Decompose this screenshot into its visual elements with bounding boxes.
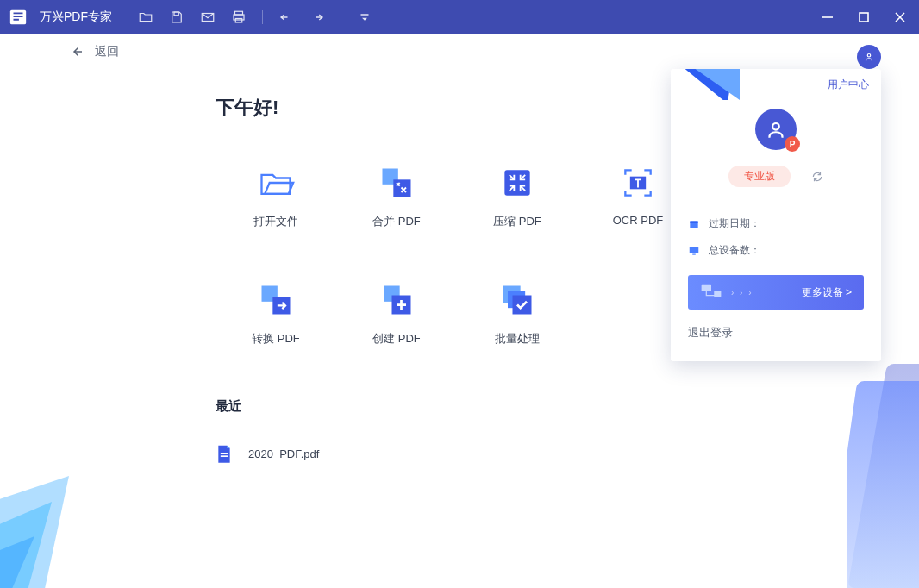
- close-button[interactable]: [890, 7, 910, 28]
- devices-network-icon: [700, 283, 722, 302]
- toolbar-separator: [262, 10, 263, 24]
- window-controls: [817, 7, 910, 28]
- tool-label: 压缩 PDF: [493, 214, 541, 229]
- tool-create-pdf[interactable]: 创建 PDF: [336, 281, 457, 347]
- svg-rect-7: [361, 14, 369, 16]
- open-file-icon: [257, 164, 295, 202]
- open-folder-icon[interactable]: [138, 9, 153, 25]
- user-center-link[interactable]: 用户中心: [828, 78, 869, 92]
- devices-row: 总设备数：: [671, 243, 881, 258]
- more-devices-label: 更多设备 >: [802, 285, 852, 300]
- undo-icon[interactable]: [278, 9, 294, 25]
- user-panel-header: 用户中心: [671, 69, 881, 100]
- recent-section: 最近 2020_PDF.pdf: [216, 398, 919, 472]
- tool-label: 创建 PDF: [372, 331, 421, 347]
- tool-label: 转换 PDF: [252, 331, 300, 347]
- minimize-button[interactable]: [817, 7, 838, 28]
- devices-label: 总设备数：: [709, 243, 760, 258]
- save-icon[interactable]: [169, 9, 184, 25]
- svg-rect-6: [235, 19, 242, 23]
- svg-rect-24: [221, 453, 228, 454]
- recent-title: 最近: [216, 398, 919, 415]
- expiry-label: 过期日期：: [709, 216, 760, 231]
- toolbar-icons: [138, 9, 372, 25]
- svg-rect-30: [692, 253, 696, 254]
- breadcrumb-bar: 返回: [0, 34, 919, 69]
- tool-merge-pdf[interactable]: 合并 PDF: [336, 164, 457, 229]
- monitor-icon: [688, 245, 700, 257]
- plan-row: 专业版: [671, 166, 881, 187]
- app-logo-icon: [9, 8, 28, 27]
- svg-rect-31: [702, 285, 711, 291]
- svg-rect-9: [860, 13, 868, 22]
- mail-icon[interactable]: [200, 9, 216, 25]
- ocr-pdf-icon: [619, 164, 657, 202]
- tool-label: 批量处理: [495, 331, 540, 347]
- tool-convert-pdf[interactable]: 转换 PDF: [216, 281, 336, 347]
- back-arrow-icon[interactable]: [69, 44, 84, 59]
- svg-point-26: [772, 123, 779, 130]
- back-label[interactable]: 返回: [95, 44, 119, 59]
- decoration-triangle-icon: [688, 69, 740, 100]
- create-pdf-icon: [378, 281, 416, 319]
- user-avatar[interactable]: P: [755, 109, 797, 150]
- user-fab-button[interactable]: [857, 45, 881, 69]
- expiry-row: 过期日期：: [671, 216, 881, 231]
- recent-file-row[interactable]: 2020_PDF.pdf: [216, 435, 647, 472]
- compress-pdf-icon: [498, 164, 536, 202]
- pdf-file-icon: [216, 444, 233, 463]
- toolbar-separator: [341, 10, 341, 24]
- dropdown-icon[interactable]: [357, 9, 372, 25]
- svg-rect-28: [690, 221, 697, 222]
- tool-compress-pdf[interactable]: 压缩 PDF: [457, 164, 578, 229]
- more-devices-button[interactable]: › › › 更多设备 >: [688, 275, 864, 310]
- redo-icon[interactable]: [309, 9, 325, 25]
- svg-rect-15: [504, 170, 529, 195]
- user-panel: 用户中心 P 专业版 过期日期： 总设备数： › › › 更多设备 > 退出登录: [671, 69, 881, 361]
- dots-icon: › › ›: [731, 288, 753, 297]
- logout-link[interactable]: 退出登录: [671, 325, 881, 358]
- convert-pdf-icon: [257, 281, 295, 319]
- tool-label: 打开文件: [253, 214, 298, 229]
- app-title: 万兴PDF专家: [40, 9, 112, 25]
- svg-rect-32: [714, 291, 721, 297]
- pro-plan-pill: 专业版: [728, 166, 791, 187]
- svg-rect-25: [221, 455, 228, 457]
- tool-label: OCR PDF: [613, 214, 664, 227]
- batch-process-icon: [498, 281, 536, 319]
- avatar-wrap: P: [671, 109, 881, 150]
- svg-point-12: [867, 54, 871, 58]
- maximize-button[interactable]: [853, 7, 874, 28]
- print-icon[interactable]: [231, 9, 247, 25]
- calendar-icon: [688, 218, 700, 230]
- recent-file-name: 2020_PDF.pdf: [248, 447, 319, 460]
- pro-badge: P: [785, 136, 800, 152]
- refresh-icon[interactable]: [811, 171, 823, 183]
- tool-open-file[interactable]: 打开文件: [216, 164, 336, 229]
- titlebar: 万兴PDF专家: [0, 0, 919, 34]
- svg-rect-2: [174, 12, 178, 16]
- tool-batch-process[interactable]: 批量处理: [457, 281, 578, 347]
- tool-label: 合并 PDF: [372, 214, 421, 229]
- svg-rect-29: [690, 247, 699, 253]
- merge-pdf-icon: [378, 164, 416, 202]
